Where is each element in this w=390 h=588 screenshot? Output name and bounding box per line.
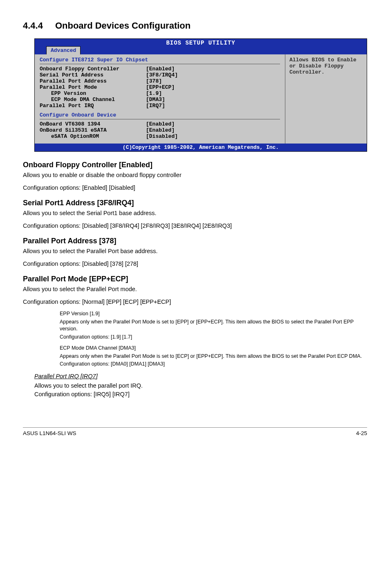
text-ppmode-1: Allows you to select the Parallel Port m… <box>23 285 367 294</box>
bios-setting-value: [378] <box>146 78 162 84</box>
bios-setting-row[interactable]: OnBoard Sil3531 eSATA[Enabled] <box>40 127 280 133</box>
bios-setting-row[interactable]: Parallel Port IRQ[IRQ7] <box>40 103 280 109</box>
bios-setting-label: Parallel Port Mode <box>40 84 146 90</box>
bios-subheading: Configure Onboard Device <box>40 112 280 118</box>
section-number: 4.4.4 <box>23 20 43 31</box>
bios-setting-label: eSATA OptionROM <box>40 133 146 139</box>
bios-setting-row[interactable]: ECP Mode DMA Channel[DMA3] <box>40 97 280 103</box>
bios-title: BIOS SETUP UTILITY <box>35 39 367 46</box>
bios-setting-row[interactable]: OnBoard VT6308 1394[Enabled] <box>40 121 280 127</box>
bios-setting-label: OnBoard Sil3531 eSATA <box>40 127 146 133</box>
sub-irq-body: Allows you to select the parallel port I… <box>34 382 367 390</box>
sub-epp-conf: Configuration options: [1.9] [1.7] <box>60 334 367 341</box>
bios-setting-label: Onboard Floppy Controller <box>40 66 146 72</box>
bios-setting-row[interactable]: eSATA OptionROM[Disabled] <box>40 133 280 139</box>
footer-right: 4-25 <box>356 430 367 436</box>
sub-ecp-title: ECP Mode DMA Channel [DMA3] <box>60 345 367 352</box>
bios-setting-value: [Enabled] <box>146 127 175 133</box>
bios-window: BIOS SETUP UTILITY Advanced Configure IT… <box>34 38 367 152</box>
text-serial-2: Configuration options: [Disabled] [3F8/I… <box>23 222 367 230</box>
bios-setting-label: Serial Port1 Address <box>40 72 146 78</box>
bios-setting-value: [DMA3] <box>146 97 165 103</box>
section-heading: Onboard Devices Configuration <box>55 20 191 31</box>
heading-floppy: Onboard Floppy Controller [Enabled] <box>23 161 367 169</box>
footer-left: ASUS L1N64-SLI WS <box>23 430 76 436</box>
text-serial-1: Allows you to select the Serial Port1 ba… <box>23 209 367 218</box>
bios-setting-row[interactable]: Parallel Port Mode[EPP+ECP] <box>40 84 280 90</box>
bios-setting-value: [1.9] <box>146 90 162 97</box>
sub-ecp-body: Appears only when the Parallel Port Mode… <box>60 353 367 360</box>
sub-irq-conf: Configuration options: [IRQ5] [IRQ7] <box>34 390 367 399</box>
heading-serial: Serial Port1 Address [3F8/IRQ4] <box>23 199 367 207</box>
bios-setting-label: Parallel Port Address <box>40 78 146 84</box>
sub-epp-title: EPP Version [1.9] <box>60 310 367 318</box>
sub-ecp-conf: Configuration options: [DMA0] [DMA1] [DM… <box>60 361 367 368</box>
bios-setting-value: [EPP+ECP] <box>146 84 175 90</box>
bios-left-pane: Configure ITE8712 Super IO Chipset Onboa… <box>35 54 285 144</box>
bios-section-heading: Configure ITE8712 Super IO Chipset <box>40 57 280 63</box>
bios-setting-value: [Disabled] <box>146 133 178 139</box>
bios-setting-row[interactable]: Onboard Floppy Controller[Enabled] <box>40 66 280 72</box>
text-floppy-2: Configuration options: [Enabled] [Disabl… <box>23 184 367 192</box>
bios-copyright: (C)Copyright 1985-2002, American Megatre… <box>35 144 367 151</box>
text-ppmode-2: Configuration options: [Normal] [EPP] [E… <box>23 298 367 306</box>
heading-ppmode: Parallel Port Mode [EPP+ECP] <box>23 275 367 283</box>
bios-setting-row[interactable]: EPP Version[1.9] <box>40 90 280 97</box>
bios-setting-value: [Enabled] <box>146 66 175 72</box>
bios-setting-row[interactable]: Parallel Port Address[378] <box>40 78 280 84</box>
tab-advanced[interactable]: Advanced <box>46 46 81 54</box>
bios-setting-label: EPP Version <box>40 90 146 97</box>
bios-setting-label: ECP Mode DMA Channel <box>40 97 146 103</box>
bios-tab-row: Advanced <box>35 46 367 54</box>
sub-epp-body: Appears only when the Parallel Port Mode… <box>60 319 367 333</box>
text-floppy-1: Allows you to enable or disable the onbo… <box>23 171 367 180</box>
text-ppaddr-1: Allows you to select the Parallel Port b… <box>23 247 367 256</box>
heading-ppaddr: Parallel Port Address [378] <box>23 237 367 245</box>
page-footer: ASUS L1N64-SLI WS 4-25 <box>23 427 367 436</box>
bios-help-pane: Allows BIOS to Enable or Disable Floppy … <box>285 54 367 144</box>
bios-setting-row[interactable]: Serial Port1 Address[3F8/IRQ4] <box>40 72 280 78</box>
bios-setting-label: Parallel Port IRQ <box>40 103 146 109</box>
bios-setting-value: [3F8/IRQ4] <box>146 72 178 78</box>
bios-setting-value: [IRQ7] <box>146 103 165 109</box>
sub-irq-title: Parallel Port IRQ [IRQ7] <box>34 372 367 381</box>
section-title: 4.4.4Onboard Devices Configuration <box>23 20 367 31</box>
bios-setting-label: OnBoard VT6308 1394 <box>40 121 146 127</box>
text-ppaddr-2: Configuration options: [Disabled] [378] … <box>23 260 367 268</box>
bios-setting-value: [Enabled] <box>146 121 175 127</box>
